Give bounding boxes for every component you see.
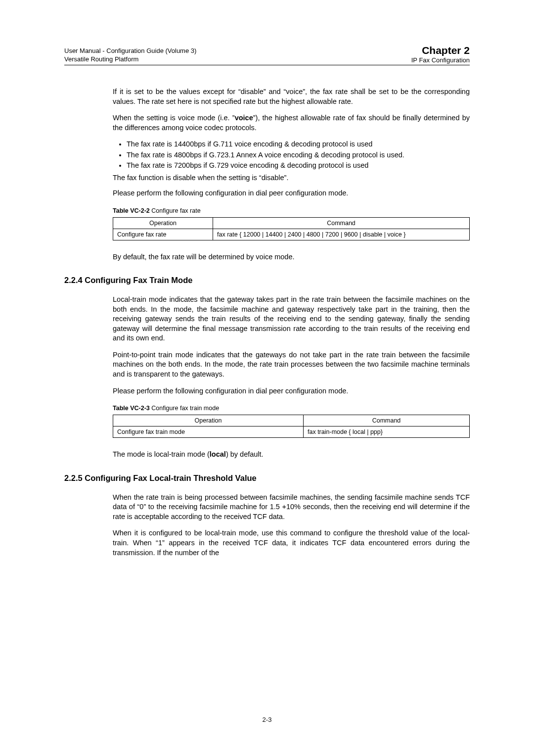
table-caption-id: Table VC-2-3 xyxy=(113,405,151,412)
col-header-operation: Operation xyxy=(113,415,304,426)
bullet-list: The fax rate is 14400bps if G.711 voice … xyxy=(113,140,470,171)
text-run: ) by default. xyxy=(226,450,264,458)
body-paragraph: The mode is local-train mode (local) by … xyxy=(113,450,470,460)
list-item: The fax rate is 4800bps if G.723.1 Annex… xyxy=(127,150,470,160)
header-right: Chapter 2 IP Fax Configuration xyxy=(411,45,470,64)
cell-command: fax train-mode { local | ppp} xyxy=(304,426,470,438)
cell-operation: Configure fax rate xyxy=(113,229,213,240)
manual-title: User Manual - Configuration Guide (Volum… xyxy=(64,47,196,55)
table-caption-text: Configure fax train mode xyxy=(151,405,219,412)
text-run: When the setting is voice mode (i.e. ” xyxy=(113,114,235,122)
col-header-command: Command xyxy=(304,415,470,426)
text-run: The mode is local-train mode ( xyxy=(113,450,210,458)
table-caption-text: Configure fax rate xyxy=(151,207,200,214)
body-paragraph: When it is configured to be local-train … xyxy=(113,528,470,558)
col-header-command: Command xyxy=(213,217,470,229)
body-paragraph: By default, the fax rate will be determi… xyxy=(113,252,470,262)
col-header-operation: Operation xyxy=(113,217,213,229)
body-paragraph: If it is set to be the values except for… xyxy=(113,87,470,106)
page-header: User Manual - Configuration Guide (Volum… xyxy=(64,45,470,65)
body-paragraph: Please perform the following configurati… xyxy=(113,386,470,396)
body-paragraph: Please perform the following configurati… xyxy=(113,189,470,198)
table-row: Configure fax rate fax rate { 12000 | 14… xyxy=(113,229,470,240)
page-number: 2-3 xyxy=(0,716,534,723)
config-table-fax-rate: Operation Command Configure fax rate fax… xyxy=(113,217,470,240)
chapter-label: Chapter 2 xyxy=(411,45,470,56)
table-caption: Table VC-2-2 Configure fax rate xyxy=(113,207,470,214)
platform-name: Versatile Routing Platform xyxy=(64,55,196,64)
table-row: Configure fax train mode fax train-mode … xyxy=(113,426,470,438)
list-item: The fax rate is 7200bps if G.729 voice e… xyxy=(127,161,470,171)
body-paragraph: When the setting is voice mode (i.e. ”vo… xyxy=(113,113,470,133)
bold-word-local: local xyxy=(210,450,226,458)
body-paragraph: Point-to-point train mode indicates that… xyxy=(113,350,470,379)
config-table-fax-train-mode: Operation Command Configure fax train mo… xyxy=(113,415,470,438)
body-paragraph: When the rate train is being processed b… xyxy=(113,493,470,522)
section-heading-225: 2.2.5 Configuring Fax Local-train Thresh… xyxy=(64,473,470,483)
table-header-row: Operation Command xyxy=(113,415,470,426)
table-caption: Table VC-2-3 Configure fax train mode xyxy=(113,405,470,412)
cell-operation: Configure fax train mode xyxy=(113,426,304,438)
body-paragraph: Local-train mode indicates that the gate… xyxy=(113,295,470,343)
table-header-row: Operation Command xyxy=(113,217,470,229)
section-heading-224: 2.2.4 Configuring Fax Train Mode xyxy=(64,276,470,285)
table-caption-id: Table VC-2-2 xyxy=(113,207,151,214)
chapter-subtitle: IP Fax Configuration xyxy=(411,56,470,64)
bold-word-voice: voice xyxy=(235,114,253,122)
body-paragraph: The fax function is disable when the set… xyxy=(113,174,470,182)
header-left: User Manual - Configuration Guide (Volum… xyxy=(64,47,196,64)
cell-command: fax rate { 12000 | 14400 | 2400 | 4800 |… xyxy=(213,229,470,240)
list-item: The fax rate is 14400bps if G.711 voice … xyxy=(127,140,470,149)
